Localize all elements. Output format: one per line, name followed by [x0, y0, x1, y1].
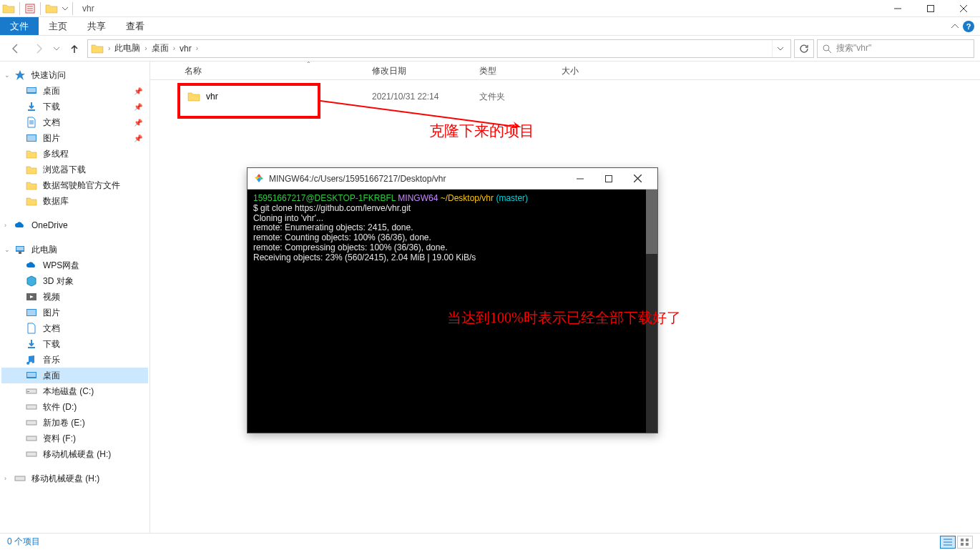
svg-rect-8: [16, 247, 24, 250]
recent-dropdown[interactable]: [52, 39, 62, 59]
folder-icon: [26, 195, 37, 207]
svg-rect-14: [27, 373, 36, 377]
drive-icon: [26, 401, 37, 413]
nav-disk-c[interactable]: 本地磁盘 (C:): [1, 383, 148, 399]
crumb-sep[interactable]: ›: [172, 44, 177, 52]
star-icon: [14, 69, 26, 81]
terminal-minimize-button[interactable]: [566, 169, 594, 189]
nav-disk-h2[interactable]: ›移动机械硬盘 (H:): [1, 471, 148, 486]
tab-home[interactable]: 主页: [39, 17, 77, 35]
help-icon[interactable]: ?: [963, 21, 974, 32]
tab-view[interactable]: 查看: [116, 17, 155, 35]
svg-rect-23: [606, 175, 612, 182]
quick-access-toolbar: [0, 0, 75, 16]
nav-downloads2[interactable]: 下载: [1, 336, 148, 352]
crumb-sep[interactable]: ›: [195, 44, 200, 52]
navigation-pane[interactable]: ⌄快速访问 桌面📌 下载📌 文档📌 图片📌 多线程 浏览器下载 数据驾驶舱官方文…: [0, 62, 150, 533]
drive-icon: [26, 448, 37, 460]
back-button[interactable]: [6, 39, 26, 59]
download-icon: [26, 338, 37, 350]
nav-wps[interactable]: WPS网盘: [1, 257, 148, 273]
drive-icon: [26, 386, 37, 397]
pin-icon: 📌: [134, 119, 142, 127]
svg-rect-1: [928, 5, 934, 11]
drive-icon: [14, 473, 26, 484]
nav-pictures[interactable]: 图片📌: [1, 130, 148, 146]
terminal-window[interactable]: MINGW64:/c/Users/15951667217/Desktop/vhr…: [247, 167, 658, 433]
navigation-bar: › 此电脑 › 桌面 › vhr › 搜索"vhr": [0, 36, 980, 62]
nav-data-cockpit[interactable]: 数据驾驶舱官方文件: [1, 177, 148, 193]
crumb-desktop[interactable]: 桌面: [149, 42, 172, 54]
folder-icon: [26, 180, 37, 191]
column-name[interactable]: 名称⌃: [185, 62, 363, 80]
ribbon-collapse-icon[interactable]: [951, 23, 959, 30]
terminal-titlebar[interactable]: MINGW64:/c/Users/15951667217/Desktop/vhr: [248, 168, 657, 190]
qat-properties-button[interactable]: [22, 1, 38, 16]
nav-disk-f[interactable]: 资料 (F:): [1, 431, 148, 446]
svg-rect-21: [15, 476, 25, 481]
scrollbar-thumb[interactable]: [646, 190, 657, 254]
svg-rect-26: [961, 543, 964, 546]
nav-pictures2[interactable]: 图片: [1, 305, 148, 320]
nav-this-pc[interactable]: ⌄此电脑: [1, 242, 148, 257]
nav-documents[interactable]: 文档📌: [1, 114, 148, 130]
search-input[interactable]: 搜索"vhr": [817, 39, 974, 58]
annotation-box: [177, 83, 320, 119]
nav-quick-access[interactable]: ⌄快速访问: [1, 67, 148, 83]
svg-rect-6: [27, 135, 36, 141]
nav-database[interactable]: 数据库: [1, 193, 148, 209]
terminal-close-button[interactable]: [623, 169, 652, 189]
address-bar[interactable]: › 此电脑 › 桌面 › vhr ›: [87, 39, 791, 58]
nav-music[interactable]: 音乐: [1, 352, 148, 368]
window-title: vhr: [82, 4, 94, 14]
nav-multithread[interactable]: 多线程: [1, 146, 148, 162]
up-button[interactable]: [64, 39, 84, 59]
sort-indicator-icon: ⌃: [306, 62, 311, 67]
terminal-maximize-button[interactable]: [594, 169, 623, 189]
annotation-label-progress: 当达到100%时表示已经全部下载好了: [447, 308, 681, 328]
nav-disk-h1[interactable]: 移动机械硬盘 (H:): [1, 446, 148, 462]
column-size[interactable]: 大小: [562, 62, 619, 80]
crumb-sep[interactable]: ›: [107, 44, 112, 52]
terminal-title: MINGW64:/c/Users/15951667217/Desktop/vhr: [269, 174, 446, 184]
folder-icon: [26, 164, 37, 175]
file-list-pane[interactable]: 名称⌃ 修改日期 类型 大小 vhr 2021/10/31 22:14 文件夹 …: [150, 62, 980, 533]
pin-icon: 📌: [134, 87, 142, 95]
close-button[interactable]: [947, 0, 980, 17]
nav-desktop2[interactable]: 桌面: [1, 368, 148, 383]
crumb-pc[interactable]: 此电脑: [112, 42, 143, 54]
details-view-button[interactable]: [940, 536, 956, 549]
terminal-output[interactable]: 15951667217@DESKTOP-1FKRBFL MINGW64 ~/De…: [248, 190, 657, 267]
icons-view-button[interactable]: [957, 536, 973, 549]
crumb-sep[interactable]: ›: [143, 44, 148, 52]
nav-disk-e[interactable]: 新加卷 (E:): [1, 415, 148, 431]
folder-icon: [91, 42, 104, 55]
tab-share[interactable]: 共享: [77, 17, 116, 35]
folder-icon: [26, 148, 37, 159]
nav-browser-download[interactable]: 浏览器下载: [1, 162, 148, 177]
nav-videos[interactable]: 视频: [1, 289, 148, 305]
maximize-button[interactable]: [914, 0, 947, 17]
music-icon: [26, 354, 37, 365]
address-dropdown[interactable]: [772, 40, 788, 57]
qat-dropdown[interactable]: [60, 1, 70, 16]
tab-file[interactable]: 文件: [0, 17, 39, 35]
nav-onedrive[interactable]: ›OneDrive: [1, 217, 148, 233]
svg-rect-16: [27, 391, 29, 392]
minimize-button[interactable]: [881, 0, 914, 17]
forward-button[interactable]: [29, 39, 49, 59]
nav-3d-objects[interactable]: 3D 对象: [1, 273, 148, 289]
picture-icon: [26, 132, 37, 144]
nav-desktop[interactable]: 桌面📌: [1, 83, 148, 99]
nav-downloads[interactable]: 下载📌: [1, 99, 148, 114]
picture-icon: [26, 307, 37, 318]
column-date[interactable]: 修改日期: [372, 62, 472, 80]
svg-rect-12: [27, 310, 36, 315]
desktop-icon: [26, 85, 37, 97]
nav-disk-d[interactable]: 软件 (D:): [1, 399, 148, 415]
column-type[interactable]: 类型: [479, 62, 551, 80]
svg-rect-27: [966, 543, 969, 546]
refresh-button[interactable]: [794, 39, 814, 58]
crumb-folder[interactable]: vhr: [177, 44, 195, 54]
nav-documents2[interactable]: 文档: [1, 320, 148, 336]
